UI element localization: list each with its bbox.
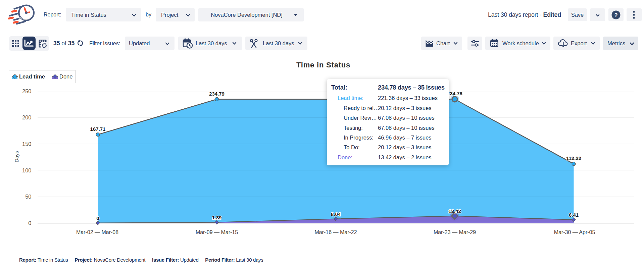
svg-text:50: 50 (25, 194, 31, 200)
svg-text:8.04: 8.04 (331, 211, 341, 217)
svg-text:Mar-16 — Mar-22: Mar-16 — Mar-22 (314, 229, 357, 235)
svg-text:0: 0 (96, 215, 99, 221)
svg-text:Mar-09 — Mar-15: Mar-09 — Mar-15 (196, 229, 238, 235)
svg-text:Mar-02 — Mar-08: Mar-02 — Mar-08 (76, 229, 118, 235)
svg-text:Mar-23 — Mar-29: Mar-23 — Mar-29 (434, 229, 476, 235)
svg-text:200: 200 (22, 114, 32, 120)
svg-text:250: 250 (22, 88, 32, 94)
svg-text:?: ? (614, 12, 617, 18)
svg-text:167.71: 167.71 (90, 126, 106, 132)
svg-text:Days: Days (14, 151, 19, 162)
svg-text:150: 150 (22, 141, 32, 147)
svg-text:100: 100 (22, 167, 32, 173)
svg-text:6.41: 6.41 (569, 212, 579, 218)
svg-text:Mar-30 — Apr-05: Mar-30 — Apr-05 (554, 229, 595, 235)
svg-text:13.42: 13.42 (448, 208, 461, 214)
svg-text:0: 0 (28, 220, 31, 226)
svg-text:1.39: 1.39 (212, 215, 221, 220)
svg-text:234.79: 234.79 (209, 91, 225, 97)
svg-text:112.22: 112.22 (566, 155, 581, 161)
svg-text:234.78: 234.78 (447, 91, 462, 96)
